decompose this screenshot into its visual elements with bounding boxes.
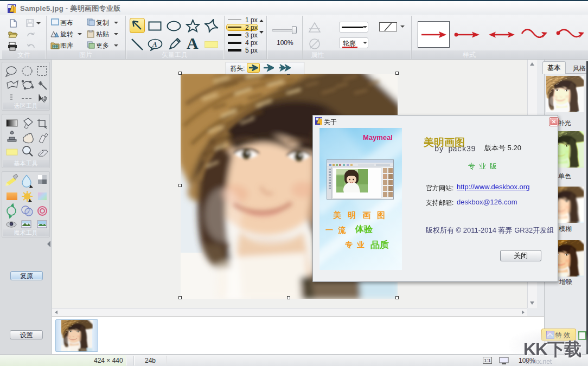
svg-text:A: A <box>152 40 157 48</box>
